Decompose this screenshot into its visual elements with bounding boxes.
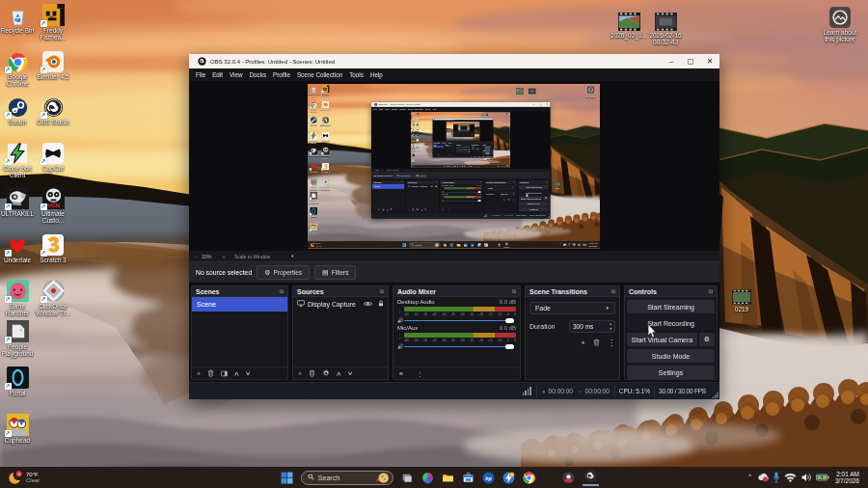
svg-text:hp: hp bbox=[485, 474, 491, 480]
svg-text:UCN: UCN bbox=[47, 203, 59, 208]
